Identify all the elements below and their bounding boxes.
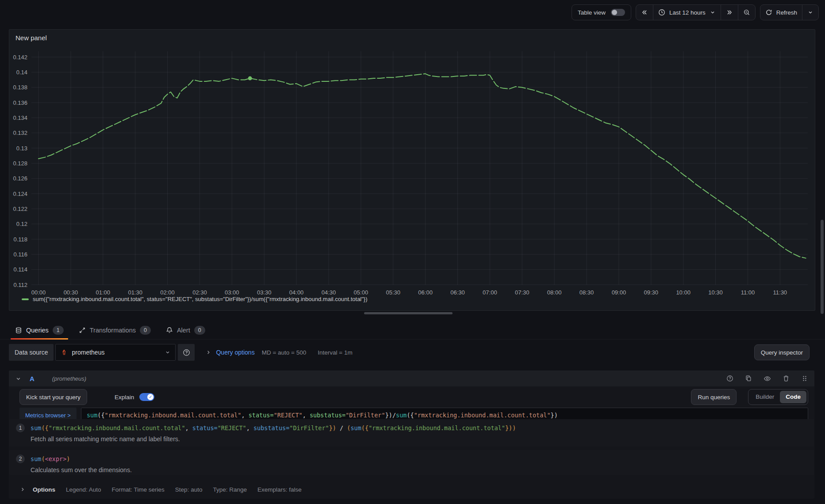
table-view-toggle[interactable] xyxy=(611,9,625,16)
options-legend: Legend: Auto xyxy=(66,486,101,493)
svg-text:0.128: 0.128 xyxy=(13,160,27,167)
run-queries-button[interactable]: Run queries xyxy=(691,389,737,405)
query-row-body: Kick start your query Explain ✓ Run quer… xyxy=(9,386,814,499)
svg-text:05:00: 05:00 xyxy=(354,289,368,296)
pane-resize-handle[interactable] xyxy=(364,312,453,314)
svg-text:0.118: 0.118 xyxy=(13,236,27,243)
tab-count-badge: 0 xyxy=(140,326,151,335)
chevron-right-icon xyxy=(19,486,26,493)
chevron-down-icon xyxy=(807,9,813,15)
builder-option[interactable]: Builder xyxy=(750,391,780,403)
time-shift-forward-button[interactable] xyxy=(721,5,738,20)
explain-step-1: 1 sum({"rmxtracking.inbound.mail.count.t… xyxy=(9,419,814,447)
datasource-value: prometheus xyxy=(72,349,104,356)
datasource-help-button[interactable] xyxy=(178,344,195,361)
datasource-label: Data source xyxy=(9,344,54,361)
options-step: Step: auto xyxy=(175,486,203,493)
svg-text:01:00: 01:00 xyxy=(96,289,111,296)
tab-label: Transformations xyxy=(90,327,136,334)
svg-text:02:00: 02:00 xyxy=(160,289,175,296)
svg-text:0.13: 0.13 xyxy=(16,145,27,152)
time-range-controls: Last 12 hours xyxy=(636,4,756,20)
svg-text:0.12: 0.12 xyxy=(16,221,27,227)
tab-queries[interactable]: Queries 1 xyxy=(11,321,68,339)
time-series-chart[interactable]: 0.1420.140.1380.1360.1340.1320.130.1280.… xyxy=(9,46,815,301)
svg-text:06:00: 06:00 xyxy=(418,289,433,296)
query-help-icon[interactable] xyxy=(726,375,733,382)
svg-text:0.124: 0.124 xyxy=(13,191,27,197)
query-row-actions xyxy=(726,375,808,382)
step-description: Fetch all series matching metric name an… xyxy=(31,435,807,443)
legend-series-label: sum({"rmxtracking.inbound.mail.count.tot… xyxy=(33,296,368,302)
svg-text:11:30: 11:30 xyxy=(773,289,787,296)
check-icon: ✓ xyxy=(149,395,152,399)
bell-icon xyxy=(166,327,173,334)
step-number-badge: 2 xyxy=(16,454,25,463)
tab-label: Queries xyxy=(26,327,49,334)
options-format: Format: Time series xyxy=(112,486,165,493)
tab-transformations[interactable]: Transformations 0 xyxy=(74,321,155,339)
svg-text:09:30: 09:30 xyxy=(644,289,659,296)
svg-text:10:00: 10:00 xyxy=(676,289,691,296)
delete-query-icon[interactable] xyxy=(783,375,790,382)
query-options-toggle[interactable]: Query options xyxy=(205,349,254,356)
code-option[interactable]: Code xyxy=(780,391,806,403)
drag-handle-icon[interactable] xyxy=(801,375,808,382)
vertical-scrollbar-thumb[interactable] xyxy=(821,220,824,314)
zoom-out-button[interactable] xyxy=(738,5,755,20)
svg-text:10:30: 10:30 xyxy=(708,289,723,296)
database-icon xyxy=(15,327,22,334)
svg-text:11:00: 11:00 xyxy=(741,289,755,296)
query-inspector-button[interactable]: Query inspector xyxy=(754,344,810,360)
panel-title: New panel xyxy=(9,30,815,42)
svg-text:0.14: 0.14 xyxy=(16,69,27,76)
table-view-control: Table view xyxy=(572,4,631,20)
time-shift-back-button[interactable] xyxy=(636,5,653,20)
chevron-right-icon xyxy=(205,349,211,355)
max-datapoints-stat: MD = auto = 500 xyxy=(262,349,307,356)
editor-tabs: Queries 1 Transformations 0 Alert 0 xyxy=(0,321,825,340)
promql-query-text: sum({"rmxtracking.inbound.mail.count.tot… xyxy=(87,412,558,419)
query-row-header[interactable]: A (prometheus) xyxy=(9,370,814,386)
refresh-button[interactable]: Refresh xyxy=(760,5,802,20)
query-options-footer[interactable]: Options Legend: Auto Format: Time series… xyxy=(19,482,808,497)
step-number-badge: 1 xyxy=(16,424,25,432)
query-ref-id[interactable]: A xyxy=(30,375,35,382)
svg-text:01:30: 01:30 xyxy=(128,289,142,296)
explain-toggle[interactable]: ✓ xyxy=(139,393,154,401)
datasource-picker[interactable]: prometheus xyxy=(55,344,176,361)
refresh-interval-dropdown[interactable] xyxy=(802,5,818,20)
svg-text:00:00: 00:00 xyxy=(31,289,46,296)
chart-legend[interactable]: sum({"rmxtracking.inbound.mail.count.tot… xyxy=(22,296,368,302)
svg-text:00:30: 00:30 xyxy=(64,289,78,296)
query-options-label: Query options xyxy=(216,349,254,356)
tab-count-badge: 1 xyxy=(53,326,64,335)
collapse-query-icon[interactable] xyxy=(15,375,22,382)
svg-text:03:00: 03:00 xyxy=(225,289,239,296)
refresh-controls: Refresh xyxy=(760,4,819,20)
time-range-picker-button[interactable]: Last 12 hours xyxy=(653,5,721,20)
svg-text:0.122: 0.122 xyxy=(13,206,27,212)
step-description: Calculates sum over the dimensions. xyxy=(31,466,807,473)
tab-label: Alert xyxy=(177,327,190,334)
toggle-knob: ✓ xyxy=(147,394,153,400)
svg-text:09:00: 09:00 xyxy=(612,289,626,296)
toggle-visibility-icon[interactable] xyxy=(764,375,771,382)
options-type: Type: Range xyxy=(213,486,247,493)
prometheus-icon xyxy=(60,348,68,356)
tab-count-badge: 0 xyxy=(194,326,205,335)
toggle-knob xyxy=(612,10,617,15)
query-datasource-hint: (prometheus) xyxy=(52,375,86,382)
datasource-row: Data source prometheus Query options MD … xyxy=(9,344,810,361)
svg-text:05:30: 05:30 xyxy=(386,289,400,296)
svg-text:04:30: 04:30 xyxy=(322,289,336,296)
interval-stat: Interval = 1m xyxy=(318,349,352,356)
query-actions: Run queries Builder Code xyxy=(691,389,808,405)
duplicate-query-icon[interactable] xyxy=(745,375,752,382)
kick-start-query-button[interactable]: Kick start your query xyxy=(19,389,87,405)
panel: New panel 0.1420.140.1380.1360.1340.1320… xyxy=(9,29,815,311)
svg-text:0.112: 0.112 xyxy=(13,282,27,288)
tab-alert[interactable]: Alert 0 xyxy=(161,321,210,339)
svg-text:04:00: 04:00 xyxy=(289,289,304,296)
clock-icon xyxy=(658,9,665,16)
